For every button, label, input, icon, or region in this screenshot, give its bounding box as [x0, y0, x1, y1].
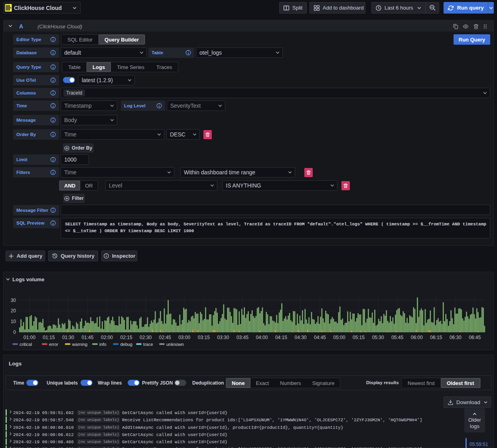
svg-text:10: 10 [11, 319, 16, 324]
svg-text:01:30: 01:30 [62, 335, 74, 340]
svg-text:20: 20 [11, 308, 16, 314]
svg-text:06:30: 06:30 [450, 335, 461, 340]
svg-text:error: error [49, 342, 59, 347]
svg-text:03:15: 03:15 [198, 335, 210, 340]
svg-text:warning: warning [72, 342, 88, 347]
svg-text:debug: debug [120, 342, 132, 347]
svg-text:info: info [99, 342, 106, 347]
svg-text:05:30: 05:30 [372, 335, 384, 340]
svg-text:30: 30 [11, 298, 16, 303]
svg-text:06:15: 06:15 [430, 335, 442, 340]
svg-text:02:00: 02:00 [101, 335, 113, 340]
svg-text:0: 0 [13, 330, 16, 335]
svg-text:04:00: 04:00 [256, 335, 268, 340]
svg-text:03:00: 03:00 [178, 335, 190, 340]
svg-text:05:15: 05:15 [353, 335, 365, 340]
svg-text:critical: critical [20, 342, 32, 347]
svg-text:02:45: 02:45 [159, 335, 171, 340]
svg-text:01:00: 01:00 [24, 335, 36, 340]
svg-text:06:00: 06:00 [411, 335, 423, 340]
svg-text:03:30: 03:30 [217, 335, 229, 340]
svg-text:01:15: 01:15 [43, 335, 55, 340]
svg-text:unknown: unknown [166, 342, 184, 347]
svg-text:trace: trace [143, 342, 153, 347]
svg-text:02:15: 02:15 [120, 335, 132, 340]
svg-text:01:45: 01:45 [81, 335, 93, 340]
svg-text:03:45: 03:45 [237, 335, 248, 340]
svg-text:04:45: 04:45 [314, 335, 326, 340]
svg-text:04:15: 04:15 [275, 335, 287, 340]
svg-text:02:30: 02:30 [140, 335, 152, 340]
svg-text:05:00: 05:00 [333, 335, 345, 340]
svg-text:05:45: 05:45 [391, 335, 403, 340]
svg-text:06:45: 06:45 [469, 335, 481, 340]
svg-text:04:30: 04:30 [294, 335, 306, 340]
